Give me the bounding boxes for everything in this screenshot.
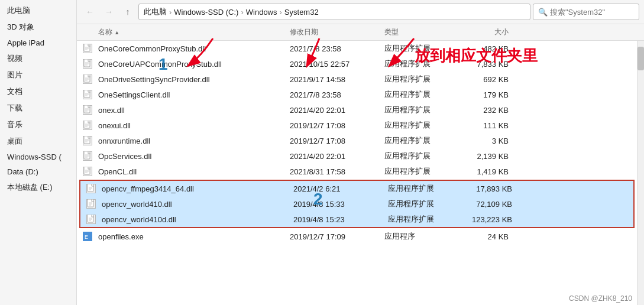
breadcrumb-sep-3: › [280,8,282,17]
sidebar-item-10[interactable]: Data (D:) [0,164,76,179]
breadcrumb-part-2[interactable]: Windows [246,8,277,17]
header-type[interactable]: 类型 [384,27,461,37]
header-name[interactable]: 名称 [77,27,290,37]
table-row[interactable]: OpcServices.dll2021/4/20 22:01应用程序扩展2,13… [77,148,637,164]
file-name: onex.dll [98,106,290,115]
file-type-icon [83,74,92,84]
file-name: onnxruntime.dll [98,137,290,145]
file-type: 应用程序扩展 [384,151,461,161]
file-date: 2019/12/7 17:08 [290,121,384,130]
file-type: 应用程序扩展 [384,43,461,54]
sidebar-item-8[interactable]: 桌面 [0,133,76,150]
sidebar-item-11[interactable]: 本地磁盘 (E:) [0,179,76,196]
sidebar-item-9[interactable]: Windows-SSD ( [0,150,76,164]
file-name: OneCoreCommonProxyStub.dll [98,44,290,53]
table-row[interactable]: opencv_world410d.dll2019/4/8 15:23应用程序扩展… [80,212,633,227]
file-list-header: 名称 修改日期 类型 大小 [77,24,644,41]
sidebar-item-0[interactable]: 此电脑 [0,2,76,19]
file-icon [77,74,98,84]
up-button[interactable]: ↑ [119,4,136,20]
file-icon [77,151,98,161]
table-row[interactable]: onexui.dll2019/12/7 17:08应用程序扩展111 KB [77,118,637,133]
table-row[interactable]: Eopenfiles.exe2019/12/7 17:09应用程序24 KB [77,229,637,244]
sidebar-item-6[interactable]: 下载 [0,100,76,116]
file-icon [77,105,98,115]
file-type-icon [83,167,92,176]
breadcrumb-part-1[interactable]: Windows-SSD (C:) [174,8,238,17]
breadcrumb-sep-1: › [169,8,171,17]
search-icon: 🔍 [538,8,548,17]
file-date: 2019/4/8 15:33 [293,200,388,209]
file-icon [77,90,98,99]
file-type: 应用程序扩展 [384,59,461,69]
file-icon [80,184,102,193]
breadcrumb-part-3[interactable]: System32 [284,8,319,17]
table-row[interactable]: OneCoreCommonProxyStub.dll2021/7/8 23:58… [77,41,637,56]
file-name: opencv_ffmpeg3414_64.dll [102,184,293,193]
file-icon [77,136,98,145]
table-row[interactable]: OneDriveSettingSyncProvider.dll2021/9/17… [77,72,637,87]
table-row[interactable]: onex.dll2021/4/20 22:01应用程序扩展232 KB [77,102,637,118]
forward-button[interactable]: → [101,4,117,20]
file-type: 应用程序扩展 [384,120,461,131]
file-type-icon [86,215,96,224]
file-name: OneSettingsClient.dll [98,90,290,99]
file-type: 应用程序扩展 [384,166,461,177]
file-size: 179 KB [461,90,520,99]
file-type-icon [83,90,92,99]
sidebar-item-1[interactable]: 3D 对象 [0,19,76,35]
sidebar-item-4[interactable]: 图片 [0,67,76,83]
back-button[interactable]: ← [82,4,98,20]
file-type: 应用程序扩展 [388,199,465,209]
sidebar-item-2[interactable]: Apple iPad [0,35,76,50]
breadcrumb-part-0[interactable]: 此电脑 [144,7,167,17]
sidebar-item-3[interactable]: 视频 [0,50,76,67]
search-box[interactable]: 🔍 [533,4,639,20]
table-row[interactable]: OpenCL.dll2021/8/31 17:58应用程序扩展1,419 KB [77,164,637,179]
file-date: 2021/7/8 23:58 [290,44,384,53]
table-row[interactable]: OneCoreUAPCommonProxyStub.dll2021/10/15 … [77,56,637,72]
file-icon [77,44,98,53]
file-size: 17,893 KB [465,184,524,193]
header-date[interactable]: 修改日期 [290,27,384,37]
file-date: 2021/4/2 6:21 [293,184,388,193]
main-panel: ← → ↑ 此电脑›Windows-SSD (C:)›Windows›Syste… [77,0,644,305]
table-row[interactable]: OneSettingsClient.dll2021/7/8 23:58应用程序扩… [77,87,637,102]
sidebar: 此电脑3D 对象Apple iPad视频图片文档下载音乐桌面Windows-SS… [0,0,77,305]
breadcrumb-sep-2: › [241,8,243,17]
file-date: 2021/9/17 14:58 [290,75,384,84]
file-size: 1,419 KB [461,167,520,176]
search-input[interactable] [550,8,633,17]
file-list-container: OneCoreCommonProxyStub.dll2021/7/8 23:58… [77,41,644,305]
file-date: 2021/4/20 22:01 [290,152,384,161]
file-name: OneDriveSettingSyncProvider.dll [98,75,290,84]
file-name: opencv_world410.dll [102,200,293,209]
file-name: OpenCL.dll [98,167,290,176]
file-size: 232 KB [461,106,520,115]
header-size[interactable]: 大小 [461,27,520,37]
sidebar-item-5[interactable]: 文档 [0,83,76,100]
breadcrumb[interactable]: 此电脑›Windows-SSD (C:)›Windows›System32 [138,4,530,20]
file-date: 2019/12/7 17:08 [290,137,384,145]
table-row[interactable]: opencv_world410.dll2019/4/8 15:33应用程序扩展7… [80,196,633,212]
file-icon [77,59,98,69]
file-date: 2021/10/15 22:57 [290,60,384,69]
table-row[interactable]: onnxruntime.dll2019/12/7 17:08应用程序扩展3 KB [77,133,637,148]
svg-text:E: E [85,234,88,240]
file-type-icon [86,184,96,193]
file-size: 111 KB [461,121,520,130]
file-type: 应用程序扩展 [384,89,461,100]
scrollbar-thumb[interactable] [637,47,644,70]
file-date: 2021/8/31 17:58 [290,167,384,176]
file-icon [80,215,102,224]
file-size: 24 KB [461,232,520,241]
file-name: openfiles.exe [98,232,290,241]
file-type-icon: E [83,232,92,241]
scrollbar[interactable] [637,41,644,305]
sidebar-item-7[interactable]: 音乐 [0,116,76,133]
file-type-icon [86,199,96,209]
table-row[interactable]: opencv_ffmpeg3414_64.dll2021/4/2 6:21应用程… [80,181,633,196]
file-date: 2019/12/7 17:09 [290,232,384,241]
file-type-icon [83,121,92,130]
file-size: 692 KB [461,75,520,84]
